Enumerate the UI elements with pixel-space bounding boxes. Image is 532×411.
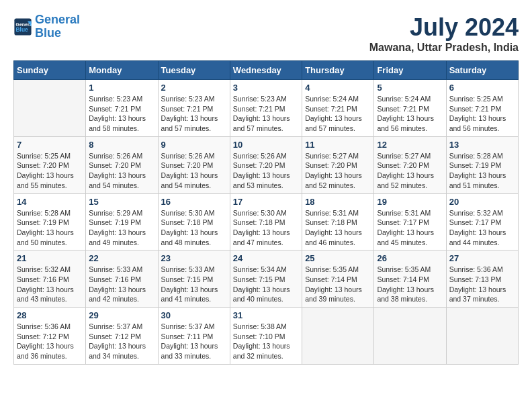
cell-date-number: 23 — [161, 253, 227, 263]
calendar-cell: 4Sunrise: 5:24 AMSunset: 7:21 PMDaylight… — [302, 80, 374, 137]
calendar-cell: 15Sunrise: 5:29 AMSunset: 7:19 PMDayligh… — [86, 193, 158, 250]
cell-date-number: 11 — [305, 140, 371, 150]
header: General Blue General Blue July 2024 Mawa… — [13, 13, 519, 54]
calendar-cell: 18Sunrise: 5:31 AMSunset: 7:18 PMDayligh… — [302, 193, 374, 250]
calendar-cell: 24Sunrise: 5:34 AMSunset: 7:15 PMDayligh… — [230, 250, 302, 308]
calendar-cell: 23Sunrise: 5:33 AMSunset: 7:15 PMDayligh… — [158, 250, 230, 308]
cell-date-number: 4 — [305, 83, 371, 93]
week-row-4: 21Sunrise: 5:32 AMSunset: 7:16 PMDayligh… — [14, 250, 519, 308]
cell-info-text: Sunrise: 5:31 AMSunset: 7:18 PMDaylight:… — [305, 208, 371, 248]
cell-info-text: Sunrise: 5:38 AMSunset: 7:10 PMDaylight:… — [233, 322, 299, 361]
calendar-cell: 10Sunrise: 5:26 AMSunset: 7:20 PMDayligh… — [230, 136, 302, 193]
calendar-cell — [302, 308, 374, 365]
day-header-saturday: Saturday — [446, 61, 518, 80]
cell-info-text: Sunrise: 5:37 AMSunset: 7:12 PMDaylight:… — [89, 322, 154, 361]
cell-info-text: Sunrise: 5:23 AMSunset: 7:21 PMDaylight:… — [233, 94, 299, 134]
cell-info-text: Sunrise: 5:23 AMSunset: 7:21 PMDaylight:… — [161, 94, 227, 134]
cell-date-number: 8 — [89, 140, 154, 150]
cell-info-text: Sunrise: 5:31 AMSunset: 7:17 PMDaylight:… — [377, 208, 443, 248]
cell-info-text: Sunrise: 5:28 AMSunset: 7:19 PMDaylight:… — [449, 151, 515, 191]
cell-date-number: 2 — [161, 83, 227, 93]
calendar-cell: 20Sunrise: 5:32 AMSunset: 7:17 PMDayligh… — [446, 193, 518, 250]
calendar-cell: 14Sunrise: 5:28 AMSunset: 7:19 PMDayligh… — [14, 193, 86, 250]
cell-date-number: 27 — [449, 253, 515, 263]
day-header-thursday: Thursday — [302, 61, 374, 80]
cell-date-number: 15 — [89, 197, 154, 207]
day-header-sunday: Sunday — [14, 61, 86, 80]
cell-info-text: Sunrise: 5:23 AMSunset: 7:21 PMDaylight:… — [89, 94, 154, 134]
cell-date-number: 3 — [233, 83, 299, 93]
calendar-cell: 1Sunrise: 5:23 AMSunset: 7:21 PMDaylight… — [86, 80, 158, 137]
calendar-cell: 6Sunrise: 5:25 AMSunset: 7:21 PMDaylight… — [446, 80, 518, 137]
calendar-cell — [374, 308, 446, 365]
calendar-cell: 3Sunrise: 5:23 AMSunset: 7:21 PMDaylight… — [230, 80, 302, 137]
calendar-cell: 12Sunrise: 5:27 AMSunset: 7:20 PMDayligh… — [374, 136, 446, 193]
calendar-cell: 25Sunrise: 5:35 AMSunset: 7:14 PMDayligh… — [302, 250, 374, 308]
cell-info-text: Sunrise: 5:25 AMSunset: 7:20 PMDaylight:… — [17, 151, 83, 191]
cell-date-number: 22 — [89, 253, 154, 263]
cell-date-number: 18 — [305, 197, 371, 207]
cell-date-number: 17 — [233, 197, 299, 207]
cell-info-text: Sunrise: 5:28 AMSunset: 7:19 PMDaylight:… — [17, 208, 83, 248]
logo-text-line2: Blue — [35, 27, 80, 40]
logo-text-line1: General — [35, 13, 80, 27]
calendar-cell: 5Sunrise: 5:24 AMSunset: 7:21 PMDaylight… — [374, 80, 446, 137]
calendar-cell: 17Sunrise: 5:30 AMSunset: 7:18 PMDayligh… — [230, 193, 302, 250]
calendar-cell: 13Sunrise: 5:28 AMSunset: 7:19 PMDayligh… — [446, 136, 518, 193]
calendar-cell: 9Sunrise: 5:26 AMSunset: 7:20 PMDaylight… — [158, 136, 230, 193]
cell-date-number: 7 — [17, 140, 83, 150]
cell-date-number: 5 — [377, 83, 443, 93]
calendar-cell: 11Sunrise: 5:27 AMSunset: 7:20 PMDayligh… — [302, 136, 374, 193]
cell-info-text: Sunrise: 5:26 AMSunset: 7:20 PMDaylight:… — [233, 151, 299, 191]
day-header-friday: Friday — [374, 61, 446, 80]
calendar-cell: 7Sunrise: 5:25 AMSunset: 7:20 PMDaylight… — [14, 136, 86, 193]
cell-info-text: Sunrise: 5:27 AMSunset: 7:20 PMDaylight:… — [377, 151, 443, 191]
cell-info-text: Sunrise: 5:30 AMSunset: 7:18 PMDaylight:… — [161, 208, 227, 248]
day-header-wednesday: Wednesday — [230, 61, 302, 80]
week-row-3: 14Sunrise: 5:28 AMSunset: 7:19 PMDayligh… — [14, 193, 519, 250]
week-row-5: 28Sunrise: 5:36 AMSunset: 7:12 PMDayligh… — [14, 308, 519, 365]
cell-date-number: 6 — [449, 83, 515, 93]
subtitle: Mawana, Uttar Pradesh, India — [369, 42, 519, 54]
cell-info-text: Sunrise: 5:36 AMSunset: 7:13 PMDaylight:… — [449, 265, 515, 304]
cell-date-number: 12 — [377, 140, 443, 150]
day-header-monday: Monday — [86, 61, 158, 80]
calendar-cell: 21Sunrise: 5:32 AMSunset: 7:16 PMDayligh… — [14, 250, 86, 308]
cell-date-number: 14 — [17, 197, 83, 207]
cell-info-text: Sunrise: 5:32 AMSunset: 7:17 PMDaylight:… — [449, 208, 515, 248]
cell-info-text: Sunrise: 5:24 AMSunset: 7:21 PMDaylight:… — [305, 94, 371, 134]
cell-info-text: Sunrise: 5:33 AMSunset: 7:15 PMDaylight:… — [161, 265, 227, 304]
svg-text:Blue: Blue — [16, 26, 28, 33]
cell-date-number: 26 — [377, 253, 443, 263]
calendar-cell: 28Sunrise: 5:36 AMSunset: 7:12 PMDayligh… — [14, 308, 86, 365]
calendar-cell: 31Sunrise: 5:38 AMSunset: 7:10 PMDayligh… — [230, 308, 302, 365]
calendar-cell: 30Sunrise: 5:37 AMSunset: 7:11 PMDayligh… — [158, 308, 230, 365]
cell-info-text: Sunrise: 5:26 AMSunset: 7:20 PMDaylight:… — [89, 151, 154, 191]
cell-date-number: 19 — [377, 197, 443, 207]
calendar-cell: 26Sunrise: 5:35 AMSunset: 7:14 PMDayligh… — [374, 250, 446, 308]
cell-date-number: 1 — [89, 83, 154, 93]
cell-date-number: 24 — [233, 253, 299, 263]
cell-date-number: 9 — [161, 140, 227, 150]
cell-info-text: Sunrise: 5:35 AMSunset: 7:14 PMDaylight:… — [377, 265, 443, 304]
calendar-cell: 22Sunrise: 5:33 AMSunset: 7:16 PMDayligh… — [86, 250, 158, 308]
logo-icon: General Blue — [13, 17, 32, 36]
week-row-1: 1Sunrise: 5:23 AMSunset: 7:21 PMDaylight… — [14, 80, 519, 137]
calendar-table: SundayMondayTuesdayWednesdayThursdayFrid… — [13, 60, 519, 365]
cell-info-text: Sunrise: 5:27 AMSunset: 7:20 PMDaylight:… — [305, 151, 371, 191]
logo: General Blue General Blue — [13, 13, 80, 40]
cell-info-text: Sunrise: 5:37 AMSunset: 7:11 PMDaylight:… — [161, 322, 227, 361]
cell-info-text: Sunrise: 5:35 AMSunset: 7:14 PMDaylight:… — [305, 265, 371, 304]
calendar-cell: 16Sunrise: 5:30 AMSunset: 7:18 PMDayligh… — [158, 193, 230, 250]
cell-info-text: Sunrise: 5:29 AMSunset: 7:19 PMDaylight:… — [89, 208, 154, 248]
header-row: SundayMondayTuesdayWednesdayThursdayFrid… — [14, 61, 519, 80]
cell-date-number: 20 — [449, 197, 515, 207]
calendar-cell: 27Sunrise: 5:36 AMSunset: 7:13 PMDayligh… — [446, 250, 518, 308]
cell-info-text: Sunrise: 5:32 AMSunset: 7:16 PMDaylight:… — [17, 265, 83, 304]
cell-date-number: 25 — [305, 253, 371, 263]
cell-info-text: Sunrise: 5:33 AMSunset: 7:16 PMDaylight:… — [89, 265, 154, 304]
title-area: July 2024 Mawana, Uttar Pradesh, India — [369, 13, 519, 54]
calendar-cell: 19Sunrise: 5:31 AMSunset: 7:17 PMDayligh… — [374, 193, 446, 250]
cell-info-text: Sunrise: 5:25 AMSunset: 7:21 PMDaylight:… — [449, 94, 515, 134]
calendar-cell: 2Sunrise: 5:23 AMSunset: 7:21 PMDaylight… — [158, 80, 230, 137]
